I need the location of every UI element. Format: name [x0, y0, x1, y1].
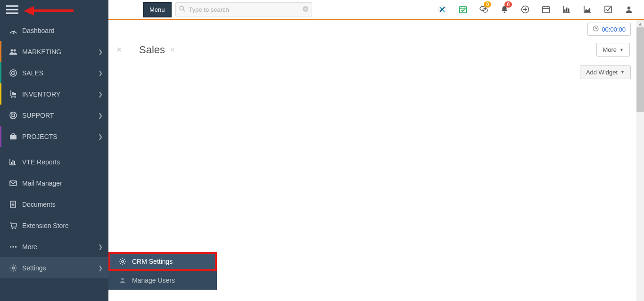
svg-point-64 [12, 228, 13, 229]
checklist-button[interactable] [599, 0, 618, 19]
search-container [175, 2, 312, 16]
svg-rect-66 [10, 246, 11, 247]
sidebar-item-inventory[interactable]: INVENTORY ❯ [0, 83, 108, 105]
svg-rect-2 [6, 12, 18, 14]
submenu-item-crm-settings[interactable]: CRM Settings [108, 252, 217, 271]
svg-rect-19 [543, 7, 550, 13]
add-widget-label: Add Widget [586, 69, 618, 76]
more-dropdown[interactable]: More ▼ [596, 43, 630, 57]
close-prev-tab[interactable]: ✕ [112, 45, 126, 54]
tabs-bar: ✕ Sales ✕ More ▼ [108, 39, 644, 61]
sidebar-item-label: SUPPORT [22, 112, 98, 119]
envelope-icon [8, 179, 18, 187]
annotation-arrow [24, 5, 74, 17]
users-icon [8, 48, 18, 56]
gear-icon [8, 264, 18, 272]
svg-rect-27 [568, 8, 570, 12]
timer-button[interactable]: 00:00:00 [587, 23, 631, 36]
lifebuoy-icon [8, 111, 18, 120]
gauge-icon [8, 26, 18, 35]
calendar-icon [542, 5, 550, 14]
chat-button[interactable]: 0 [474, 0, 493, 19]
sidebar-item-more[interactable]: More ❯ [0, 236, 108, 257]
menu-button[interactable]: Menu [143, 2, 172, 17]
svg-rect-68 [15, 246, 17, 247]
sidebar-item-sales[interactable]: SALES ❯ [0, 62, 108, 83]
user-menu[interactable] [619, 0, 638, 19]
search-dropdown-toggle[interactable] [303, 6, 308, 13]
svg-point-47 [12, 114, 15, 117]
svg-point-35 [14, 49, 16, 51]
gear-icon [118, 258, 127, 265]
search-icon [179, 6, 185, 13]
svg-point-44 [11, 97, 13, 98]
timer-value: 00:00:00 [602, 26, 626, 33]
svg-marker-4 [24, 6, 34, 16]
vertical-scrollbar[interactable]: ▲ [636, 20, 644, 301]
svg-rect-43 [14, 93, 16, 95]
svg-rect-25 [564, 9, 566, 12]
sidebar-item-label: SALES [22, 69, 98, 77]
user-icon [118, 277, 127, 284]
close-current-tab[interactable]: ✕ [170, 46, 175, 54]
svg-point-45 [15, 97, 16, 98]
chevron-right-icon: ❯ [98, 112, 103, 119]
svg-point-15 [504, 11, 505, 13]
scroll-thumb[interactable] [636, 27, 644, 112]
sidebar-item-support[interactable]: SUPPORT ❯ [0, 105, 108, 126]
sidebar-item-marketing[interactable]: MARKETING ❯ [0, 41, 108, 62]
cart-icon [8, 221, 18, 230]
calendar-check-button[interactable] [454, 0, 472, 19]
sidebar-item-extension-store[interactable]: Extension Store [0, 215, 108, 236]
sidebar-item-dashboard[interactable]: Dashboard [0, 20, 108, 41]
calendar-button[interactable] [537, 0, 555, 19]
notifications-button[interactable]: 0 [495, 0, 514, 19]
target-icon [8, 69, 18, 77]
svg-point-7 [303, 6, 308, 12]
svg-point-71 [121, 278, 124, 280]
svg-point-65 [15, 228, 16, 229]
clock-icon [593, 25, 599, 33]
sidebar-item-label: Extension Store [22, 222, 103, 229]
chevron-right-icon: ❯ [98, 49, 103, 55]
search-input[interactable] [175, 2, 312, 16]
bar-chart-icon [562, 5, 571, 14]
briefcase-icon [8, 132, 18, 141]
svg-rect-56 [11, 162, 12, 164]
sidebar-item-label: VTE Reports [22, 158, 103, 166]
scroll-up-button[interactable]: ▲ [636, 20, 644, 27]
svg-point-5 [180, 6, 183, 10]
caret-down-icon: ▼ [620, 70, 625, 74]
sidebar-item-projects[interactable]: PROJECTS ❯ [0, 126, 108, 147]
svg-rect-57 [13, 160, 14, 164]
add-button[interactable] [516, 0, 535, 19]
sidebar-item-vte-reports[interactable]: VTE Reports [0, 151, 108, 172]
area-chart-button[interactable] [578, 0, 597, 19]
sidebar-item-label: Mail Manager [22, 179, 103, 187]
bar-chart-button[interactable] [557, 0, 576, 19]
more-label: More [603, 46, 617, 53]
svg-rect-9 [460, 7, 467, 13]
document-icon [8, 200, 18, 209]
calendar-check-icon [459, 5, 467, 14]
sidebar-item-label: Settings [22, 264, 98, 272]
caret-down-icon: ▼ [619, 48, 624, 52]
brand-logo[interactable] [433, 0, 452, 19]
tab-title: Sales [139, 44, 165, 56]
area-chart-icon [583, 5, 592, 14]
chat-badge: 0 [484, 1, 491, 8]
sidebar-item-mail-manager[interactable]: Mail Manager [0, 172, 108, 194]
sidebar-item-documents[interactable]: Documents [0, 194, 108, 215]
svg-rect-1 [6, 9, 18, 10]
sidebar-item-label: More [22, 243, 98, 251]
sidebar-item-label: PROJECTS [22, 133, 98, 140]
hamburger-menu-button[interactable] [2, 0, 22, 20]
svg-rect-42 [12, 92, 14, 95]
add-widget-button[interactable]: Add Widget ▼ [580, 65, 631, 79]
svg-point-38 [13, 73, 14, 73]
sidebar-item-label: Dashboard [22, 27, 103, 34]
chevron-right-icon: ❯ [98, 70, 103, 76]
sidebar-item-settings[interactable]: Settings ❯ [0, 257, 108, 278]
svg-rect-67 [13, 246, 14, 247]
submenu-item-manage-users[interactable]: Manage Users [108, 271, 217, 290]
